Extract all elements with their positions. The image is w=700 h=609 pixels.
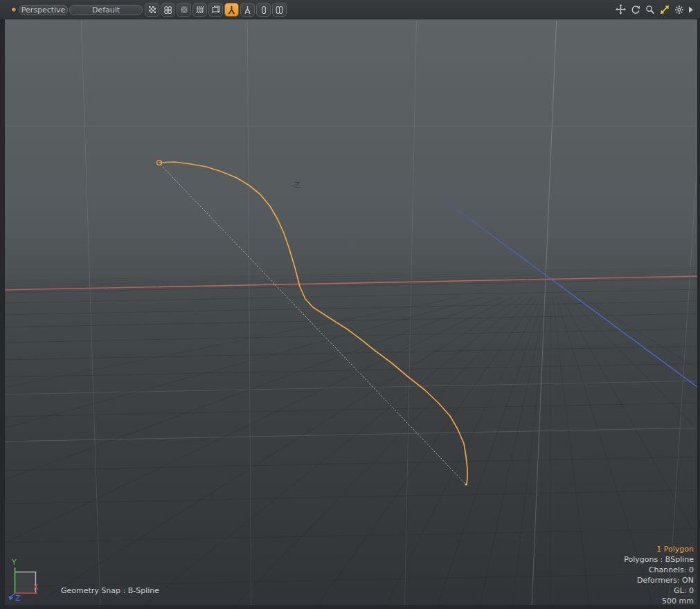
capsule-button[interactable] xyxy=(256,3,271,17)
skeleton-icon xyxy=(227,6,236,15)
skeleton-stand-icon xyxy=(243,6,252,15)
capsule-pair-icon xyxy=(275,6,284,15)
orbit-button[interactable] xyxy=(629,3,641,15)
four-spheres-icon xyxy=(163,6,172,15)
draw-style-buttons xyxy=(145,3,287,17)
viewport-toolbar: Perspective Default xyxy=(0,0,700,19)
status-gl: GL: 0 xyxy=(624,585,694,596)
outline-rect-icon xyxy=(211,6,220,14)
magnifier-icon xyxy=(645,5,655,15)
capsule-pair-button[interactable] xyxy=(272,3,287,17)
settings-button[interactable] xyxy=(673,3,685,15)
right-border xyxy=(697,19,700,609)
gizmo-y-label: Y xyxy=(11,558,17,567)
fit-view-button[interactable] xyxy=(658,3,670,15)
sphere-grid-button[interactable] xyxy=(161,3,175,17)
status-channels: Channels: 0 xyxy=(624,565,694,575)
modo-3d-viewport-window: -Z +Z Y X Z Geometry Snap : B-Spline 1 P… xyxy=(0,0,700,609)
status-polygon-count: 1 Polygon xyxy=(624,544,694,554)
orientation-gizmo: Y X Z xyxy=(6,556,48,606)
solid-fill-button[interactable] xyxy=(177,3,191,17)
skeleton-button-active[interactable] xyxy=(224,3,239,17)
gizmo-z-axis xyxy=(10,593,15,597)
checker-icon xyxy=(148,6,156,14)
viewport-statistics: 1 Polygon Polygons : BSpline Channels: 0… xyxy=(624,544,694,606)
status-deformers: Deformers: ON xyxy=(624,575,694,585)
fit-arrows-icon xyxy=(660,5,670,15)
pan-icon xyxy=(616,4,626,15)
view-mode-button[interactable]: Perspective xyxy=(19,5,68,15)
skeleton-stand-button[interactable] xyxy=(240,3,255,17)
zoom-button[interactable] xyxy=(644,3,656,15)
gizmo-z-label: Z xyxy=(15,594,21,603)
more-options-button[interactable] xyxy=(688,3,694,15)
waves-icon xyxy=(195,6,204,14)
scene-drawing xyxy=(0,0,700,609)
gizmo-x-label: X xyxy=(33,583,39,592)
pos-z-axis-label: +Z xyxy=(513,534,526,543)
neg-z-axis-label: -Z xyxy=(291,181,300,190)
gear-icon xyxy=(674,5,684,15)
bottom-border xyxy=(0,605,700,609)
viewport-state-dot[interactable] xyxy=(11,7,17,12)
wireframe-rect-button[interactable] xyxy=(208,3,223,17)
wave-lines-button[interactable] xyxy=(192,3,207,17)
expand-arrow-icon xyxy=(688,6,694,13)
pan-button[interactable] xyxy=(615,3,627,15)
status-polygon-type: Polygons : BSpline xyxy=(624,554,694,565)
nav-buttons xyxy=(615,3,694,15)
capsule-icon xyxy=(260,6,268,15)
texture-checker-button[interactable] xyxy=(145,3,159,17)
shading-preset-button[interactable]: Default xyxy=(69,5,143,15)
left-border xyxy=(0,19,5,609)
geometry-snap-status: Geometry Snap : B-Spline xyxy=(61,586,159,595)
orbit-icon xyxy=(631,5,640,15)
solid-square-icon xyxy=(180,6,188,14)
